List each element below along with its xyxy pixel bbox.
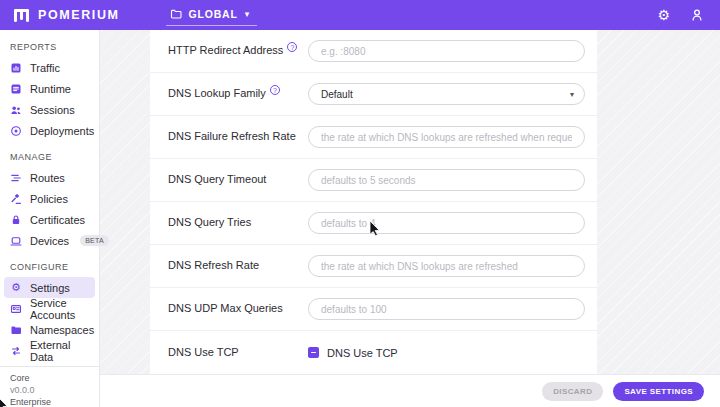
dns-lookup-family-select[interactable]: Default ▾ bbox=[308, 83, 585, 105]
dns-failure-refresh-rate-input[interactable] bbox=[308, 126, 585, 148]
dns-query-timeout-input[interactable] bbox=[308, 169, 585, 191]
brand-name: POMERIUM bbox=[38, 8, 120, 22]
field-label: DNS Use TCP bbox=[168, 346, 239, 360]
external-data-icon bbox=[10, 345, 22, 357]
sidebar-item-label: Runtime bbox=[30, 83, 71, 95]
product-name: Core bbox=[10, 373, 99, 383]
section-header-reports: REPORTS bbox=[0, 42, 99, 57]
sidebar-item-label: Service Accounts bbox=[30, 297, 93, 321]
sidebar-item-sessions[interactable]: Sessions bbox=[0, 99, 99, 120]
settings-form-card: HTTP Redirect Address ? DNS Lookup Famil… bbox=[150, 30, 597, 374]
chevron-down-icon: ▾ bbox=[570, 90, 574, 99]
product-version: v0.0.0 bbox=[10, 385, 99, 395]
action-bar: DISCARD SAVE SETTINGS bbox=[100, 374, 720, 407]
pomerium-logo: POMERIUM bbox=[14, 8, 120, 23]
traffic-icon bbox=[10, 62, 22, 74]
field-label: DNS Lookup Family bbox=[168, 87, 266, 101]
help-icon[interactable]: ? bbox=[270, 85, 280, 95]
form-row-http-redirect-address: HTTP Redirect Address ? bbox=[150, 30, 597, 73]
sidebar-item-label: Namespaces bbox=[30, 324, 94, 336]
section-header-configure: CONFIGURE bbox=[0, 262, 99, 277]
field-label: DNS Refresh Rate bbox=[168, 259, 259, 273]
settings-gear-icon: ⚙ bbox=[10, 282, 22, 294]
dns-refresh-rate-input[interactable] bbox=[308, 255, 585, 277]
policies-icon bbox=[10, 193, 22, 205]
field-label: DNS Failure Refresh Rate bbox=[168, 130, 296, 144]
sidebar-item-label: Policies bbox=[30, 193, 68, 205]
sidebar-item-label: Certificates bbox=[30, 214, 85, 226]
sidebar-item-label: Deployments bbox=[30, 125, 94, 137]
product-secondary: Enterprise bbox=[10, 397, 99, 407]
settings-gear-icon[interactable]: ⚙ bbox=[657, 8, 670, 22]
form-row-dns-failure-refresh-rate: DNS Failure Refresh Rate bbox=[150, 116, 597, 159]
pomerium-console-window: POMERIUM GLOBAL ▾ ⚙ REPORTS Traffic bbox=[0, 0, 720, 407]
form-row-dns-refresh-rate: DNS Refresh Rate bbox=[150, 245, 597, 288]
save-settings-button[interactable]: SAVE SETTINGS bbox=[613, 382, 704, 401]
dns-udp-max-queries-input[interactable] bbox=[308, 298, 585, 320]
field-label: DNS Query Tries bbox=[168, 216, 251, 230]
devices-icon bbox=[10, 235, 22, 247]
namespace-selector[interactable]: GLOBAL ▾ bbox=[170, 8, 250, 22]
form-row-dns-udp-max-queries: DNS UDP Max Queries bbox=[150, 288, 597, 331]
discard-button[interactable]: DISCARD bbox=[542, 382, 603, 401]
field-label: HTTP Redirect Address bbox=[168, 44, 283, 58]
http-redirect-address-input[interactable] bbox=[308, 40, 585, 62]
pomerium-logo-icon bbox=[14, 8, 30, 23]
page-body: REPORTS Traffic Runtime Sessions Deploym… bbox=[0, 30, 720, 407]
section-header-manage: MANAGE bbox=[0, 152, 99, 167]
form-row-dns-query-tries: DNS Query Tries bbox=[150, 202, 597, 245]
sidebar-item-policies[interactable]: Policies bbox=[0, 188, 99, 209]
beta-badge: BETA bbox=[80, 235, 109, 246]
sidebar-item-label: Devices bbox=[30, 235, 69, 247]
sidebar-item-settings[interactable]: ⚙ Settings bbox=[4, 277, 95, 298]
sidebar-item-label: Traffic bbox=[30, 62, 60, 74]
user-account-icon[interactable] bbox=[690, 8, 704, 22]
primary-sidebar: REPORTS Traffic Runtime Sessions Deploym… bbox=[0, 30, 100, 407]
dns-use-tcp-checkbox-label: DNS Use TCP bbox=[327, 347, 398, 359]
sidebar-item-namespaces[interactable]: Namespaces bbox=[0, 319, 99, 340]
help-icon[interactable]: ? bbox=[287, 42, 297, 52]
chevron-down-icon: ▾ bbox=[245, 9, 250, 19]
sidebar-item-devices[interactable]: Devices BETA bbox=[0, 230, 99, 251]
sidebar-item-label: Routes bbox=[30, 172, 65, 184]
dns-use-tcp-checkbox[interactable] bbox=[308, 347, 319, 358]
select-value: Default bbox=[321, 89, 353, 100]
sidebar-item-service-accounts[interactable]: Service Accounts bbox=[0, 298, 99, 319]
sidebar-item-external-data[interactable]: External Data bbox=[0, 340, 99, 361]
sidebar-item-routes[interactable]: Routes bbox=[0, 167, 99, 188]
top-app-bar: POMERIUM GLOBAL ▾ ⚙ bbox=[0, 0, 720, 30]
sidebar-item-certificates[interactable]: Certificates bbox=[0, 209, 99, 230]
sessions-icon bbox=[10, 104, 22, 116]
namespace-label: GLOBAL bbox=[189, 8, 238, 20]
sidebar-item-label: External Data bbox=[30, 339, 93, 363]
certificates-icon bbox=[10, 214, 22, 226]
sidebar-item-label: Settings bbox=[30, 282, 70, 294]
namespaces-icon bbox=[10, 324, 22, 336]
form-row-dns-use-tcp: DNS Use TCP DNS Use TCP bbox=[150, 331, 597, 374]
runtime-icon bbox=[10, 83, 22, 95]
sidebar-item-label: Sessions bbox=[30, 104, 75, 116]
service-accounts-icon bbox=[10, 303, 22, 315]
routes-icon bbox=[10, 172, 22, 184]
field-label: DNS Query Timeout bbox=[168, 173, 266, 187]
version-footer: Core v0.0.0 Enterprise bbox=[0, 366, 99, 407]
dns-query-tries-input[interactable] bbox=[308, 212, 585, 234]
folder-icon bbox=[170, 8, 182, 20]
sidebar-item-traffic[interactable]: Traffic bbox=[0, 57, 99, 78]
form-row-dns-query-timeout: DNS Query Timeout bbox=[150, 159, 597, 202]
sidebar-item-deployments[interactable]: Deployments bbox=[0, 120, 99, 141]
deployments-icon bbox=[10, 125, 22, 137]
form-row-dns-lookup-family: DNS Lookup Family ? Default ▾ bbox=[150, 73, 597, 116]
sidebar-item-runtime[interactable]: Runtime bbox=[0, 78, 99, 99]
field-label: DNS UDP Max Queries bbox=[168, 302, 283, 316]
